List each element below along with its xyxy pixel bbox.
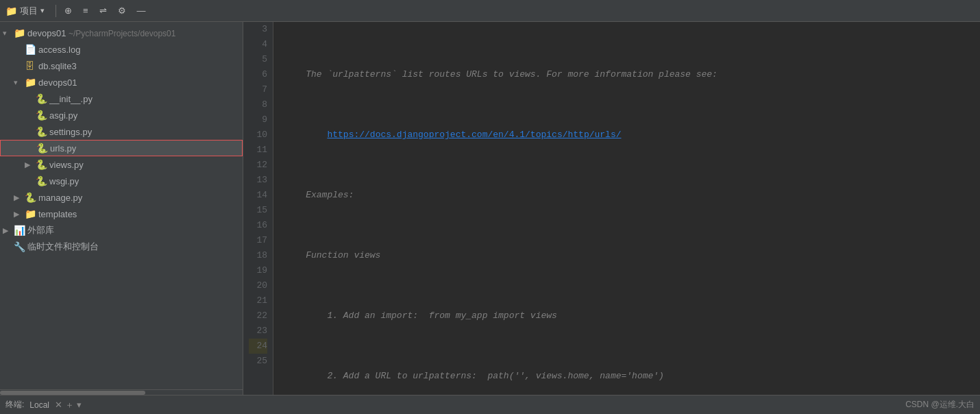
python-icon-asgi: 🐍 xyxy=(36,110,49,121)
temp-files-icon: 🔧 xyxy=(14,241,27,252)
toolbar-btn-close[interactable]: — xyxy=(137,5,146,16)
devops01-folder-label: devops01 xyxy=(38,77,240,88)
add-btn[interactable]: ＋ xyxy=(65,399,74,411)
ln-11: 11 xyxy=(249,143,267,158)
file-icon-db: 🗄 xyxy=(25,60,38,71)
ln-6: 6 xyxy=(249,67,267,82)
sidebar: ▾ 📁 devops01 ~/PycharmProjects/devops01 … xyxy=(0,22,243,395)
sidebar-item-templates[interactable]: ▶ 📁 templates xyxy=(0,206,243,222)
ln-21: 21 xyxy=(249,293,267,308)
sidebar-item-settings-py[interactable]: 🐍 settings.py xyxy=(0,123,243,140)
python-icon-init: 🐍 xyxy=(36,93,49,104)
ln-20: 20 xyxy=(249,278,267,293)
sidebar-scrollbar[interactable] xyxy=(0,389,243,395)
ln-22: 22 xyxy=(249,308,267,324)
project-icon: 📁 xyxy=(5,5,17,16)
ln-17: 17 xyxy=(249,233,267,248)
sidebar-item-temp-files[interactable]: 🔧 临时文件和控制台 xyxy=(0,239,243,255)
toolbar-btn-add[interactable]: ⊕ xyxy=(64,5,72,16)
code-area: 3 4 5 6 7 8 9 10 11 12 13 14 15 16 17 18… xyxy=(243,22,980,395)
sidebar-item-views-py[interactable]: ▶ 🐍 views.py xyxy=(0,156,243,173)
folder-icon-devops01: 📁 xyxy=(25,77,38,88)
python-icon-views: 🐍 xyxy=(36,159,49,170)
asgi-py-label: asgi.py xyxy=(49,110,240,121)
toolbar-btn-settings[interactable]: ⚙ xyxy=(118,5,126,16)
ln-24: 24 xyxy=(249,339,267,354)
init-py-label: __init__.py xyxy=(49,94,240,104)
views-py-label: views.py xyxy=(49,160,240,170)
ln-5: 5 xyxy=(249,52,267,67)
sidebar-item-db-sqlite3[interactable]: 🗄 db.sqlite3 xyxy=(0,58,243,74)
ext-libs-arrow: ▶ xyxy=(3,226,14,235)
sidebar-item-wsgi-py[interactable]: 🐍 wsgi.py xyxy=(0,173,243,189)
python-icon-manage: 🐍 xyxy=(25,192,38,203)
templates-arrow: ▶ xyxy=(14,210,25,219)
code-line-6: Function views xyxy=(284,248,969,263)
main-area: ▾ 📁 devops01 ~/PycharmProjects/devops01 … xyxy=(0,22,980,395)
settings-py-label: settings.py xyxy=(49,127,240,137)
sidebar-item-external-libs[interactable]: ▶ 📊 外部库 xyxy=(0,222,243,239)
ln-14: 14 xyxy=(249,188,267,203)
ext-libs-label: 外部库 xyxy=(27,224,240,236)
code-line-5: Examples: xyxy=(284,188,969,203)
root-label: devops01 ~/PycharmProjects/devops01 xyxy=(27,28,240,38)
ln-7: 7 xyxy=(249,82,267,97)
sidebar-item-access-log[interactable]: 📄 access.log xyxy=(0,41,243,58)
sidebar-item-init-py[interactable]: 🐍 __init__.py xyxy=(0,90,243,107)
manage-py-arrow: ▶ xyxy=(14,193,25,202)
ln-15: 15 xyxy=(249,203,267,218)
temp-files-label: 临时文件和控制台 xyxy=(27,241,240,253)
toolbar-separator xyxy=(56,5,56,17)
statusbar: 终端: Local ✕ ＋ ▾ CSDN @运维.大白 xyxy=(0,395,980,414)
access-log-label: access.log xyxy=(38,45,240,55)
ln-12: 12 xyxy=(249,158,267,173)
db-sqlite3-label: db.sqlite3 xyxy=(38,61,240,71)
ln-19: 19 xyxy=(249,263,267,278)
toolbar-btn-list[interactable]: ≡ xyxy=(83,5,88,16)
sidebar-item-manage-py[interactable]: ▶ 🐍 manage.py xyxy=(0,189,243,206)
ln-25: 25 xyxy=(249,354,267,369)
tree-root[interactable]: ▾ 📁 devops01 ~/PycharmProjects/devops01 xyxy=(0,25,243,41)
wsgi-py-label: wsgi.py xyxy=(49,176,240,186)
sidebar-item-asgi-py[interactable]: 🐍 asgi.py xyxy=(0,107,243,123)
root-arrow: ▾ xyxy=(3,29,14,38)
ln-10: 10 xyxy=(249,127,267,143)
toolbar-btn-sync[interactable]: ⇌ xyxy=(99,5,107,16)
terminal-label[interactable]: 终端: xyxy=(5,399,24,411)
views-py-arrow: ▶ xyxy=(25,160,36,169)
python-icon-urls: 🐍 xyxy=(36,143,50,154)
python-icon-wsgi: 🐍 xyxy=(36,175,49,186)
chevron-down-icon[interactable]: ▾ xyxy=(77,400,82,410)
project-menu[interactable]: 📁 项目 ▾ xyxy=(5,5,45,17)
manage-py-label: manage.py xyxy=(38,193,240,203)
ext-libs-icon: 📊 xyxy=(14,225,27,236)
ln-9: 9 xyxy=(249,112,267,127)
root-folder-icon: 📁 xyxy=(14,27,27,38)
code-line-4: https://docs.djangoproject.com/en/4.1/to… xyxy=(284,127,969,143)
templates-label: templates xyxy=(38,209,240,219)
local-label[interactable]: Local xyxy=(29,400,49,410)
devops01-arrow: ▾ xyxy=(14,78,25,87)
ln-8: 8 xyxy=(249,97,267,112)
sidebar-item-urls-py[interactable]: 🐍 urls.py xyxy=(0,140,243,156)
folder-icon-templates: 📁 xyxy=(25,208,38,219)
ln-18: 18 xyxy=(249,248,267,263)
file-icon-access-log: 📄 xyxy=(25,44,38,55)
urls-py-label: urls.py xyxy=(50,143,239,154)
ln-13: 13 xyxy=(249,173,267,188)
sidebar-item-devops01-folder[interactable]: ▾ 📁 devops01 xyxy=(0,74,243,90)
line-numbers: 3 4 5 6 7 8 9 10 11 12 13 14 15 16 17 18… xyxy=(243,22,273,395)
ln-16: 16 xyxy=(249,218,267,233)
sidebar-scroll-thumb[interactable] xyxy=(0,391,145,395)
project-arrow: ▾ xyxy=(40,6,45,15)
ln-3: 3 xyxy=(249,22,267,37)
ln-23: 23 xyxy=(249,324,267,339)
watermark: CSDN @运维.大白 xyxy=(905,399,975,411)
ln-4: 4 xyxy=(249,37,267,52)
code-lines[interactable]: The `urlpatterns` list routes URLs to vi… xyxy=(273,22,980,395)
code-editor[interactable]: 3 4 5 6 7 8 9 10 11 12 13 14 15 16 17 18… xyxy=(243,22,980,395)
close-btn[interactable]: ✕ xyxy=(55,400,62,410)
code-line-3: The `urlpatterns` list routes URLs to vi… xyxy=(284,67,969,82)
toolbar: 📁 项目 ▾ ⊕ ≡ ⇌ ⚙ — xyxy=(0,0,980,22)
code-line-8: 2. Add a URL to urlpatterns: path('', vi… xyxy=(284,369,969,384)
